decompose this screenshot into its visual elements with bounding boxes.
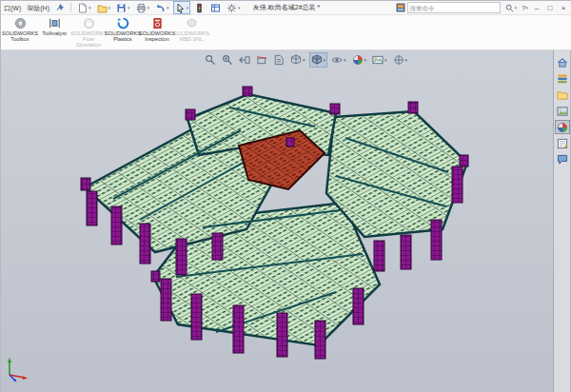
folder-icon (557, 89, 568, 101)
previous-view-button[interactable] (237, 52, 252, 68)
titlebar-right-cluster: ▾ ? ▾ – □ × (396, 1, 571, 14)
annotation-views-button[interactable] (271, 52, 286, 68)
close-button[interactable]: × (557, 2, 570, 14)
options-button[interactable]: ▾ (225, 1, 243, 14)
mbd-addin-button[interactable]: SOLIDWORKS MBD SNL (174, 15, 208, 49)
tab-appearances-scenes[interactable] (555, 120, 570, 134)
plastics-addin-button[interactable]: SOLIDWORKS Plastics (106, 15, 140, 49)
new-button[interactable]: ▾ (75, 1, 93, 14)
addin-label: SOLIDWORKS Inspection (139, 30, 175, 42)
custom-properties-icon (557, 138, 568, 149)
task-pane-strip (553, 50, 570, 392)
inspection-addin-button[interactable]: SOLIDWORKS Inspection (140, 15, 174, 49)
slab-panels (85, 94, 467, 345)
addin-label: SOLIDWORKS Plastics (105, 30, 141, 42)
search-input[interactable] (408, 4, 500, 12)
pin-icon (55, 3, 65, 12)
solidworks-window: 口(W) 帮助(H) ▾ ▾ ▾ ▾ ▾ (0, 0, 571, 392)
rebuild-button[interactable] (192, 1, 207, 14)
design-library-icon (557, 73, 568, 85)
title-bar: 口(W) 帮助(H) ▾ ▾ ▾ ▾ ▾ (1, 1, 571, 15)
addins-toolbar: SOLIDWORKS Toolbox TolAnalyst SOLIDWORKS… (1, 15, 571, 50)
addin-label: SOLIDWORKS Toolbox (2, 30, 38, 42)
search-command-box (407, 2, 501, 13)
home-icon (557, 57, 568, 69)
tab-view-palette[interactable] (555, 104, 570, 118)
flow-simulation-addin-button[interactable]: SOLIDWORKS Flow Simulation (71, 15, 106, 49)
new-document-icon (77, 3, 88, 13)
undo-button[interactable]: ▾ (153, 1, 171, 14)
menu-help[interactable]: 帮助(H) (24, 2, 52, 14)
search-button[interactable]: ▾ (503, 1, 520, 14)
tolanalyst-addin-button[interactable]: TolAnalyst (37, 15, 71, 49)
forum-chat-icon (557, 154, 568, 166)
search-icon (505, 4, 514, 12)
addin-label: SOLIDWORKS Flow Simulation (70, 30, 107, 49)
view-settings-icon (393, 54, 404, 66)
display-style-button[interactable]: ▾ (309, 52, 328, 68)
right-wing (326, 111, 467, 237)
select-cursor-icon (175, 3, 186, 13)
save-icon (116, 3, 127, 13)
app-icon (396, 3, 405, 12)
undo-icon (155, 3, 166, 13)
addin-label: SOLIDWORKS MBD SNL (173, 30, 209, 42)
eye-icon (331, 54, 343, 66)
print-icon (136, 3, 147, 13)
tab-file-explorer[interactable] (555, 88, 570, 102)
save-button[interactable]: ▾ (114, 1, 132, 14)
tab-custom-properties[interactable] (555, 136, 570, 150)
assembly-model[interactable] (1, 50, 555, 392)
traffic-light-rebuild-icon (194, 3, 205, 13)
zoom-to-area-icon (222, 54, 233, 66)
print-button[interactable]: ▾ (134, 1, 152, 14)
restore-button[interactable]: □ (543, 2, 557, 14)
options-gear-icon (226, 3, 237, 13)
graphics-viewport[interactable]: ▾ ▾ ▾ ▾ ▾ (1, 50, 555, 392)
menubar-separator (70, 3, 71, 12)
mbd-icon (186, 17, 198, 29)
toolbox-addin-button[interactable]: SOLIDWORKS Toolbox (3, 15, 37, 49)
view-orientation-button[interactable]: ▾ (288, 52, 307, 68)
select-button[interactable]: ▾ (173, 1, 191, 14)
tolanalyst-icon (49, 17, 61, 29)
zoom-to-fit-button[interactable] (203, 52, 218, 68)
menu-window[interactable]: 口(W) (1, 2, 24, 14)
open-folder-icon (97, 3, 108, 13)
help-button[interactable]: ? ▾ (520, 4, 530, 12)
reference-triad (3, 356, 31, 382)
tab-solidworks-resources[interactable] (555, 55, 570, 69)
minimize-button[interactable]: – (530, 2, 543, 14)
appearance-sphere-icon (352, 54, 364, 66)
view-palette-icon (557, 106, 568, 117)
document-title: 友佳.欧尚名城2#总装 * (253, 3, 320, 12)
open-button[interactable]: ▾ (95, 1, 113, 14)
inspection-icon (151, 17, 164, 29)
view-orientation-cube-icon (290, 54, 302, 66)
file-properties-icon (210, 3, 221, 13)
section-view-icon (256, 54, 267, 66)
edit-appearance-button[interactable]: ▾ (350, 52, 369, 68)
addin-label: TolAnalyst (42, 30, 67, 36)
plastics-icon (117, 17, 129, 29)
file-properties-button[interactable] (208, 1, 223, 14)
section-view-button[interactable] (254, 52, 269, 68)
zoom-to-area-button[interactable] (220, 52, 235, 68)
annotation-views-icon (273, 54, 285, 66)
previous-view-icon (239, 54, 250, 66)
apply-scene-button[interactable]: ▾ (370, 52, 389, 68)
tab-design-library[interactable] (555, 71, 570, 86)
headsup-view-toolbar: ▾ ▾ ▾ ▾ ▾ (203, 52, 409, 68)
pin-menu-button[interactable] (53, 1, 67, 14)
hide-show-items-button[interactable]: ▾ (329, 52, 348, 68)
appearances-sphere-icon (557, 122, 568, 133)
tab-solidworks-forum[interactable] (555, 152, 570, 167)
zoom-to-fit-icon (205, 54, 216, 66)
scene-icon (372, 54, 384, 66)
view-settings-button[interactable]: ▾ (391, 52, 410, 68)
toolbox-icon (14, 17, 27, 29)
flow-simulation-icon (83, 17, 95, 29)
display-style-icon (311, 54, 323, 66)
